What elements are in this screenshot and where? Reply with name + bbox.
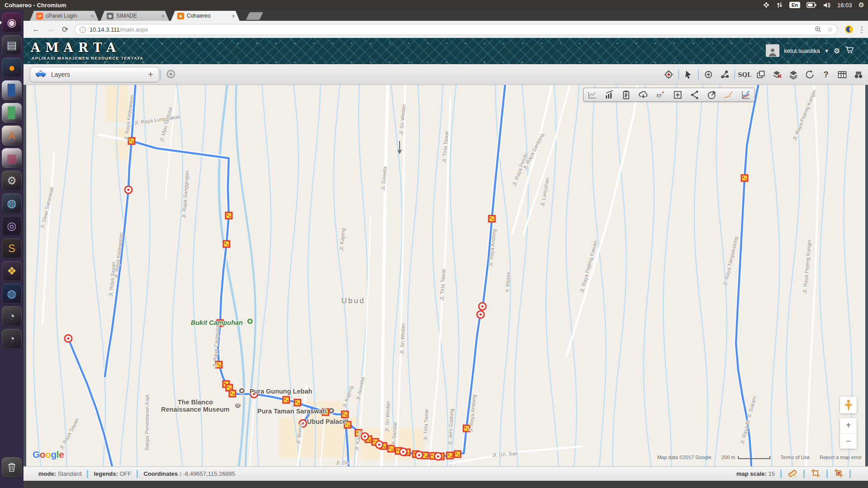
- nodes-icon[interactable]: [718, 68, 731, 81]
- poi-label[interactable]: Pura Taman Saraswati: [257, 408, 327, 415]
- launcher-item-libreoffice-draw[interactable]: ▦: [2, 148, 22, 168]
- line-chart-icon[interactable]: [586, 89, 598, 101]
- tab-simade[interactable]: ▦SIMADE×: [100, 11, 169, 21]
- pointer-icon[interactable]: [682, 68, 695, 81]
- launcher-item-system-settings[interactable]: ⚙: [2, 171, 22, 191]
- launcher-item-media-player[interactable]: ◎: [2, 216, 22, 236]
- temple-poi-icon[interactable]: [239, 388, 245, 394]
- launcher-item-libreoffice-writer[interactable]: ▉: [2, 80, 22, 100]
- launcher-item-disk-utility[interactable]: ◔: [2, 306, 22, 326]
- extension-moon-icon[interactable]: [844, 24, 854, 35]
- poi-label[interactable]: The Blanco Renaissance Museum: [161, 399, 230, 413]
- route-stop-marker[interactable]: [223, 241, 230, 247]
- bookmark-star-icon[interactable]: ☆: [827, 26, 833, 34]
- route-stop-marker[interactable]: [342, 411, 348, 418]
- launcher-item-software-center[interactable]: ◍: [2, 193, 22, 213]
- add-box-icon[interactable]: [672, 89, 684, 101]
- binoculars-icon[interactable]: [852, 68, 865, 81]
- poi-label[interactable]: Ubud Palace: [307, 418, 346, 425]
- user-dropdown-caret-icon[interactable]: ▼: [825, 48, 829, 53]
- route-stop-marker[interactable]: [741, 175, 748, 181]
- crop-icon[interactable]: [810, 468, 821, 480]
- share-icon[interactable]: [689, 89, 701, 101]
- reload-layers-icon[interactable]: [165, 69, 176, 81]
- username[interactable]: ketut.suastika: [784, 47, 820, 54]
- locate-icon[interactable]: [662, 68, 675, 81]
- avatar[interactable]: [766, 44, 779, 57]
- sql-icon[interactable]: SQL: [738, 68, 751, 81]
- tab-close-icon[interactable]: ×: [161, 13, 165, 19]
- poi-circle-marker[interactable]: [400, 448, 407, 455]
- gauge-icon[interactable]: [706, 89, 717, 101]
- back-button[interactable]: ←: [31, 24, 42, 35]
- layers-icon[interactable]: [787, 68, 800, 81]
- poi-circle-marker[interactable]: [477, 311, 484, 318]
- tab-close-icon[interactable]: ×: [231, 13, 235, 19]
- new-tab-button[interactable]: [246, 12, 263, 20]
- session-gear-icon[interactable]: ⚙: [859, 1, 864, 9]
- sync-icon[interactable]: [763, 1, 770, 9]
- tab-cohaereo[interactable]: ◆Cohaereo×: [171, 11, 240, 21]
- bar-chart-icon[interactable]: [604, 89, 615, 101]
- volume-icon[interactable]: [823, 2, 831, 9]
- route-stop-marker[interactable]: [226, 212, 232, 219]
- multi-chart-icon[interactable]: [740, 89, 752, 101]
- clipboard-icon[interactable]: [620, 89, 632, 101]
- tab-close-icon[interactable]: ×: [90, 13, 94, 19]
- route-stop-marker[interactable]: [283, 397, 289, 403]
- address-bar[interactable]: i 10.14.3.111 /main.aspx ☆: [75, 24, 838, 35]
- launcher-item-firefox[interactable]: ●: [2, 58, 22, 78]
- map-canvas[interactable]: Jl. Dewi SaraswatiJl. Raya KedewatanJl. …: [26, 85, 865, 466]
- launcher-item-photos-app[interactable]: ❖: [2, 261, 22, 281]
- browser-menu-icon[interactable]: ⋮: [856, 24, 867, 35]
- route-polyline[interactable]: [736, 85, 759, 466]
- pegman-control[interactable]: [840, 397, 857, 413]
- help-icon[interactable]: ?: [819, 68, 833, 81]
- battery-icon[interactable]: [807, 2, 816, 8]
- cart-icon[interactable]: [844, 46, 854, 56]
- poi-circle-marker[interactable]: [434, 453, 442, 460]
- zoom-in-button[interactable]: +: [840, 418, 857, 434]
- launcher-item-disk-image[interactable]: ◔: [2, 329, 22, 349]
- poi-circle-marker[interactable]: [415, 451, 423, 459]
- report-map-error-link[interactable]: Report a map error: [820, 455, 862, 460]
- launcher-item-libreoffice-calc[interactable]: ▉: [2, 103, 22, 123]
- settings-gear-icon[interactable]: ⚙: [834, 47, 840, 55]
- reload-button[interactable]: ⟳: [60, 24, 71, 35]
- route-stop-marker[interactable]: [388, 446, 394, 452]
- add-layer-button[interactable]: +: [148, 70, 153, 80]
- cloud-download-icon[interactable]: [637, 89, 649, 101]
- keyboard-layout-indicator[interactable]: En: [789, 2, 800, 8]
- poi-label[interactable]: Bukit Campuhan: [191, 319, 243, 326]
- poi-circle-marker[interactable]: [361, 433, 368, 440]
- layers-remove-icon[interactable]: [770, 68, 784, 81]
- museum-poi-icon[interactable]: [235, 402, 241, 408]
- poi-circle-marker[interactable]: [479, 303, 486, 310]
- refresh-icon[interactable]: [803, 68, 816, 81]
- xy-plus-icon[interactable]: xy+: [655, 89, 666, 101]
- table-icon[interactable]: [835, 68, 849, 81]
- launcher-item-trash[interactable]: [2, 457, 22, 477]
- route-stop-marker[interactable]: [489, 216, 495, 222]
- launcher-item-files[interactable]: ▤: [2, 35, 22, 55]
- route-stop-marker[interactable]: [229, 390, 236, 397]
- poi-label[interactable]: Pura Gunung Lebah: [250, 388, 312, 395]
- tab-cpanel-login[interactable]: cPcPanel Login×: [30, 11, 99, 21]
- measure-icon[interactable]: [787, 468, 798, 480]
- duplicate-icon[interactable]: [754, 68, 768, 81]
- terms-of-use-link[interactable]: Terms of Use: [780, 455, 810, 460]
- park-poi-icon[interactable]: [247, 318, 253, 324]
- route-stop-marker[interactable]: [294, 399, 301, 406]
- zoom-page-icon[interactable]: [815, 26, 821, 34]
- launcher-item-google-earth[interactable]: ◍: [2, 284, 22, 304]
- zoom-in-icon[interactable]: [702, 68, 715, 81]
- network-icon[interactable]: [776, 1, 783, 9]
- launcher-item-dash-home[interactable]: ◉: [2, 13, 22, 33]
- page-info-icon[interactable]: i: [80, 27, 86, 33]
- route-stop-marker[interactable]: [454, 451, 461, 457]
- zoom-out-button[interactable]: −: [840, 434, 857, 449]
- layers-panel[interactable]: Layers +: [30, 67, 159, 82]
- route-stop-marker[interactable]: [447, 452, 453, 459]
- poi-circle-marker[interactable]: [376, 441, 383, 448]
- crop-remove-icon[interactable]: [833, 468, 844, 480]
